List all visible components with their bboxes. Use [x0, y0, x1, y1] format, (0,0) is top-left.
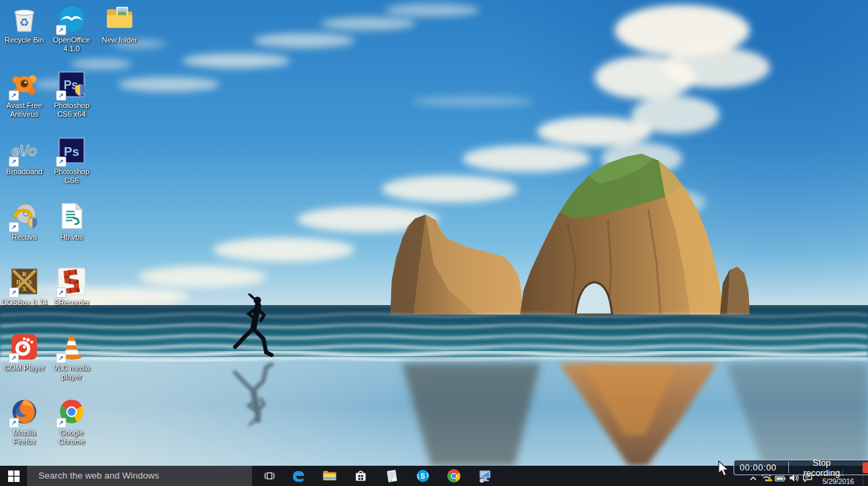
- desktop-icon-label: GOM Player: [1, 364, 48, 373]
- desktop-icon-chrome[interactable]: ↗ Google Chrome: [48, 397, 95, 446]
- shortcut-arrow-icon: ↗: [56, 288, 66, 298]
- desktop-icon-label: OpenOffice 4.1.0: [48, 36, 95, 53]
- chrome-icon: ↗: [57, 397, 86, 427]
- vbscript-file-icon: [57, 201, 86, 231]
- desktop-icon-firefox[interactable]: ↗ Mozilla Firefox: [1, 397, 48, 446]
- svg-text:S: S: [421, 473, 426, 480]
- start-icon: [8, 470, 20, 482]
- taskbar-store-button[interactable]: [345, 466, 376, 486]
- svg-text:♻: ♻: [20, 16, 30, 28]
- tray-date: 5/29/2016: [814, 477, 863, 485]
- recycle-bin-icon: ♻: [9, 4, 39, 34]
- svg-text:S: S: [28, 279, 32, 286]
- recorder-overlay-bar: 00:00:00 Stop recording: [734, 460, 868, 475]
- svg-text:B: B: [22, 271, 26, 277]
- desktop-icon-recuva[interactable]: ↗ Recuva: [1, 201, 48, 242]
- shortcut-arrow-icon: ↗: [56, 25, 66, 35]
- desktop-icon-label: New folder: [96, 36, 143, 45]
- desktop-icon-dosbox[interactable]: BDSX ↗ DOSBox 0.74: [1, 267, 48, 307]
- desktop-icon-label: Recycle Bin: [1, 36, 48, 45]
- folder-photo-icon: [105, 4, 134, 34]
- recording-timer: 00:00:00: [740, 462, 783, 473]
- desktop-icon-recycle-bin[interactable]: ♻ Recycle Bin: [1, 4, 48, 45]
- stop-recording-square-icon: [863, 462, 868, 473]
- chrome-icon: [446, 468, 462, 484]
- stop-recording-button[interactable]: Stop recording: [794, 458, 868, 478]
- taskbar-chrome-button[interactable]: [438, 466, 469, 486]
- shortcut-arrow-icon: ↗: [9, 90, 19, 101]
- avast-icon: ↗: [9, 70, 39, 99]
- search-input[interactable]: Search the web and Windows: [27, 466, 252, 486]
- desktop-icon-label: Mozilla Firefox: [1, 429, 48, 446]
- task-view-button[interactable]: [256, 466, 283, 486]
- taskbar-my-computer-button[interactable]: [469, 466, 501, 486]
- desktop-icon-label: Avast Free Antivirus: [1, 101, 48, 119]
- notepad-icon: [384, 468, 400, 484]
- desktop-icon-avast[interactable]: ↗ Avast Free Antivirus: [1, 70, 48, 119]
- shortcut-arrow-icon: ↗: [56, 418, 66, 428]
- desktop-icon-srecorder[interactable]: ↗ SRecorder: [48, 267, 95, 307]
- start-button[interactable]: [0, 466, 27, 486]
- shortcut-arrow-icon: ↗: [9, 222, 19, 232]
- desktop-icon-hbvbs[interactable]: Hb.vbs: [48, 201, 95, 242]
- desktop-icon-gom-player[interactable]: ↗ GOM Player: [1, 332, 48, 373]
- shortcut-arrow-icon: ↗: [9, 353, 19, 363]
- desktop-icon-vlc[interactable]: ↗ VLC media player: [48, 332, 95, 381]
- shortcut-arrow-icon: ↗: [56, 353, 66, 363]
- shortcut-arrow-icon: ↗: [9, 418, 19, 428]
- skype-icon: S: [415, 468, 431, 484]
- shortcut-arrow-icon: ↗: [9, 288, 19, 298]
- desktop: ♻ Recycle Bin ↗ Avast Free Antivirus e\/…: [0, 0, 868, 466]
- desktop-icon-label: Google Chrome: [48, 429, 95, 446]
- desktop-icon-broadband[interactable]: e\/o ↗ Broadband: [1, 136, 48, 176]
- desktop-icon-new-folder[interactable]: New folder: [96, 4, 143, 45]
- desktop-icon-label: VLC media player: [48, 364, 95, 381]
- desktop-icon-label: Broadband: [1, 167, 48, 176]
- gom-player-icon: ↗: [9, 332, 39, 362]
- svg-text:X: X: [22, 286, 27, 292]
- taskbar-skype-button[interactable]: S: [407, 466, 438, 486]
- desktop-icon-photoshop[interactable]: Ps ↗ Photoshop CS6: [48, 136, 95, 185]
- photoshop-shield-icon: Ps ↗: [57, 70, 86, 99]
- desktop-icon-label: Hb.vbs: [48, 233, 95, 242]
- stop-recording-label: Stop recording: [794, 458, 849, 478]
- desktop-icon-label: SRecorder: [48, 298, 95, 307]
- dosbox-icon: BDSX ↗: [9, 267, 39, 296]
- shortcut-arrow-icon: ↗: [9, 157, 19, 167]
- desktop-icon-label: Photoshop CS6 x64: [48, 101, 95, 119]
- shortcut-arrow-icon: ↗: [56, 90, 66, 101]
- photoshop-icon: Ps ↗: [57, 136, 86, 165]
- shortcut-arrow-icon: ↗: [56, 157, 66, 167]
- desktop-icon-label: Recuva: [1, 233, 48, 242]
- firefox-icon: ↗: [9, 397, 39, 427]
- recorder-separator: [788, 462, 789, 473]
- desktop-icon-photoshop-x64[interactable]: Ps ↗ Photoshop CS6 x64: [48, 70, 95, 119]
- desktop-icon-openoffice[interactable]: ↗ OpenOffice 4.1.0: [48, 4, 95, 53]
- vlc-icon: ↗: [57, 332, 86, 362]
- store-icon: [353, 468, 369, 484]
- taskbar-notepad-button[interactable]: [376, 466, 407, 486]
- svg-text:Ps: Ps: [64, 144, 80, 159]
- taskbar-edge-button[interactable]: [283, 466, 314, 486]
- taskbar-file-explorer-button[interactable]: [314, 466, 345, 486]
- desktop-icon-label: DOSBox 0.74: [1, 298, 48, 307]
- srecorder-icon: ↗: [57, 267, 86, 296]
- recuva-icon: ↗: [9, 201, 39, 231]
- task-view-icon: [262, 469, 277, 483]
- wallpaper-beach: [0, 0, 868, 466]
- file-explorer-icon: [322, 468, 338, 484]
- my-computer-icon: [477, 468, 493, 484]
- desktop-icon-label: Photoshop CS6: [48, 167, 95, 185]
- edge-icon: [290, 468, 307, 484]
- openoffice-icon: ↗: [57, 4, 86, 34]
- svg-text:D: D: [16, 279, 20, 286]
- evo-broadband-icon: e\/o ↗: [9, 136, 39, 165]
